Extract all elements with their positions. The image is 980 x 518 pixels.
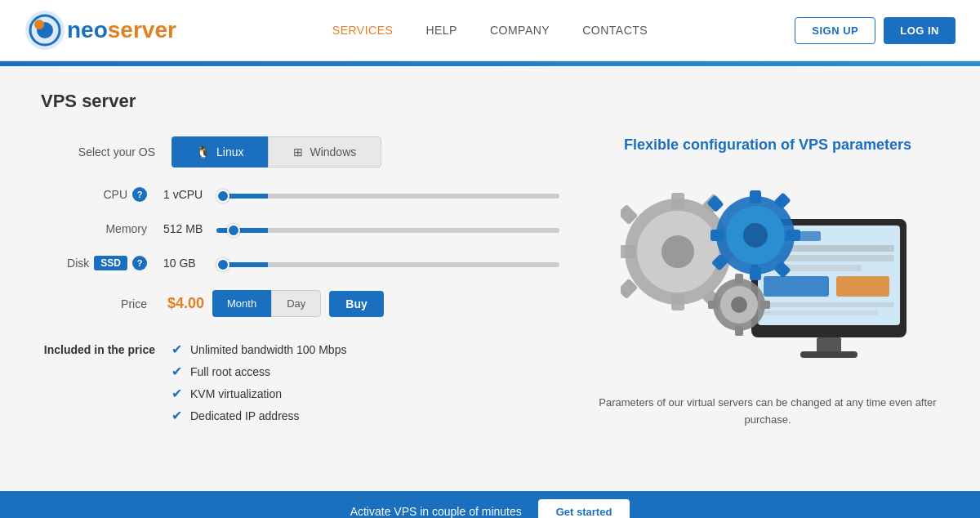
cpu-help-icon[interactable]: ? <box>132 187 147 202</box>
svg-rect-30 <box>750 190 761 203</box>
config-right: Flexible configuration of VPS parameters <box>596 136 939 429</box>
signup-button[interactable]: SIGN UP <box>795 17 875 44</box>
nav-help[interactable]: HELP <box>425 24 457 37</box>
price-period-buttons: Month Day <box>212 290 321 317</box>
price-label: Price <box>41 297 155 310</box>
illustration <box>596 170 939 382</box>
main-nav: SERVICES HELP COMPANY CONTACTS <box>332 24 648 37</box>
svg-point-18 <box>662 235 694 268</box>
disk-label-area: Disk SSD ? <box>41 256 155 270</box>
svg-point-3 <box>34 20 44 29</box>
check-icon-2: ✔ <box>172 364 182 379</box>
logo-text: neoserver <box>67 17 176 43</box>
cpu-row: CPU ? 1 vCPU <box>41 187 564 202</box>
check-icon-1: ✔ <box>172 342 182 357</box>
disk-row: Disk SSD ? 10 GB <box>41 256 564 270</box>
svg-rect-42 <box>735 326 743 336</box>
svg-rect-44 <box>708 301 718 309</box>
cpu-label-area: CPU ? <box>41 187 155 202</box>
svg-point-29 <box>743 223 768 248</box>
disk-label-group: Disk SSD ? <box>67 256 147 270</box>
footer-text: Activate VPS in couple of minutes <box>350 505 522 518</box>
cpu-label: CPU <box>103 188 127 201</box>
memory-slider-container <box>212 221 564 236</box>
disk-help-icon[interactable]: ? <box>132 256 147 270</box>
memory-row: Memory 512 MB <box>41 221 564 236</box>
os-label: Select your OS <box>41 145 172 159</box>
svg-rect-12 <box>764 302 894 307</box>
flex-title: Flexible configuration of VPS parameters <box>596 136 939 154</box>
svg-rect-32 <box>787 230 800 241</box>
logo-icon <box>24 10 65 51</box>
svg-rect-11 <box>836 276 889 297</box>
os-buttons: 🐧 Linux ⊞ Windows <box>172 136 381 167</box>
disk-label: Disk <box>67 257 89 270</box>
linux-icon: 🐧 <box>196 145 210 159</box>
config-area: Select your OS 🐧 Linux ⊞ Windows CPU ? <box>41 136 939 429</box>
header: neoserver SERVICES HELP COMPANY CONTACTS… <box>0 0 980 61</box>
list-item: ✔ Unlimited bandwidth 100 Mbps <box>172 342 346 357</box>
svg-rect-10 <box>764 276 829 297</box>
included-item-2: Full root access <box>190 365 270 378</box>
included-row: Included in the price ✔ Unlimited bandwi… <box>41 342 564 423</box>
included-label: Included in the price <box>41 342 172 356</box>
login-button[interactable]: LOG IN <box>884 17 956 44</box>
footer-bar: Activate VPS in couple of minutes Get st… <box>0 491 980 518</box>
disk-value: 10 GB <box>155 257 212 270</box>
memory-value: 512 MB <box>155 222 212 235</box>
os-row: Select your OS 🐧 Linux ⊞ Windows <box>41 136 564 167</box>
page-title: VPS server <box>41 91 939 112</box>
svg-point-40 <box>731 297 747 313</box>
included-item-1: Unlimited bandwidth 100 Mbps <box>190 343 346 356</box>
get-started-button[interactable]: Get started <box>538 499 630 519</box>
disk-slider[interactable] <box>216 262 559 267</box>
price-value: $4.00 <box>155 295 212 312</box>
month-button[interactable]: Month <box>212 290 271 317</box>
svg-rect-31 <box>750 267 761 280</box>
main-content: VPS server Select your OS 🐧 Linux ⊞ Wind… <box>0 66 980 491</box>
cpu-slider[interactable] <box>216 194 559 199</box>
included-item-4: Dedicated IP address <box>190 409 300 422</box>
included-item-3: KVM virtualization <box>190 387 282 400</box>
svg-rect-15 <box>800 351 858 358</box>
ssd-badge: SSD <box>94 256 127 270</box>
cpu-slider-container <box>212 187 564 202</box>
nav-services[interactable]: SERVICES <box>332 24 394 37</box>
svg-rect-19 <box>671 193 684 209</box>
memory-slider[interactable] <box>216 228 559 233</box>
buy-button[interactable]: Buy <box>329 291 383 317</box>
svg-rect-43 <box>760 301 770 309</box>
header-buttons: SIGN UP LOG IN <box>795 17 956 44</box>
svg-rect-20 <box>671 294 684 310</box>
list-item: ✔ Dedicated IP address <box>172 408 346 423</box>
config-left: Select your OS 🐧 Linux ⊞ Windows CPU ? <box>41 136 564 429</box>
linux-button[interactable]: 🐧 Linux <box>172 136 268 167</box>
windows-button[interactable]: ⊞ Windows <box>268 136 381 167</box>
memory-label-area: Memory <box>41 222 155 235</box>
list-item: ✔ KVM virtualization <box>172 386 346 401</box>
day-button[interactable]: Day <box>271 290 321 317</box>
svg-rect-22 <box>621 245 635 258</box>
price-row: Price $4.00 Month Day Buy <box>41 290 564 317</box>
svg-rect-33 <box>710 230 724 241</box>
logo: neoserver <box>24 10 176 51</box>
vps-illustration <box>621 170 915 382</box>
memory-label: Memory <box>105 222 147 235</box>
included-list: ✔ Unlimited bandwidth 100 Mbps ✔ Full ro… <box>172 342 346 423</box>
check-icon-4: ✔ <box>172 408 182 423</box>
disk-slider-container <box>212 256 564 270</box>
list-item: ✔ Full root access <box>172 364 346 379</box>
nav-company[interactable]: COMPANY <box>490 24 550 37</box>
windows-icon: ⊞ <box>293 145 303 159</box>
cpu-value: 1 vCPU <box>155 188 212 201</box>
check-icon-3: ✔ <box>172 386 182 401</box>
svg-rect-41 <box>735 274 743 284</box>
nav-contacts[interactable]: CONTACTS <box>582 24 648 37</box>
svg-rect-13 <box>764 310 878 315</box>
flex-description: Parameters of our virtual servers can be… <box>596 395 939 429</box>
